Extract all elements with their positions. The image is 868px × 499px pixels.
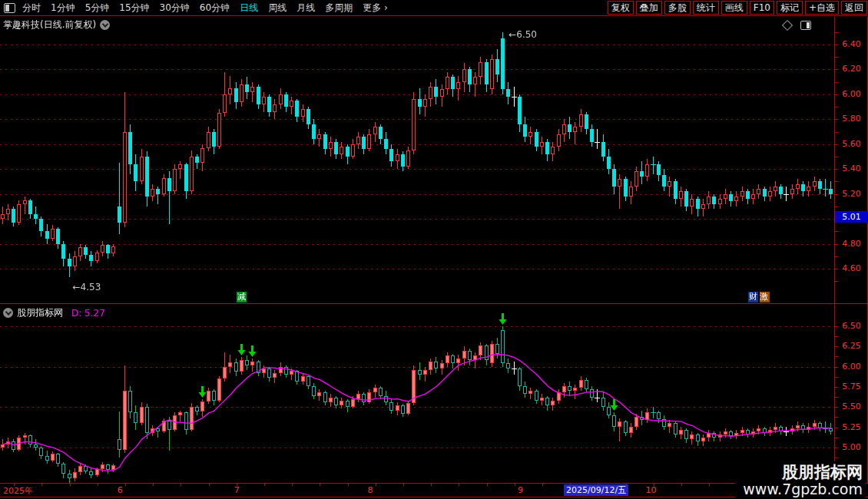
top-toolbar: 分时1分钟5分钟15分钟30分钟60分钟日线周线月线多周期更多 › 复权叠加多股… xyxy=(0,0,868,16)
side-panel-icon[interactable] xyxy=(800,21,811,30)
axis-tick-label: 6.00 xyxy=(835,89,868,99)
month-label: 9 xyxy=(518,485,523,495)
watermark-url: www.7gpzb.com xyxy=(743,481,863,497)
toolbar-button[interactable]: 画线 xyxy=(721,1,747,15)
axis-tick-label: 5.80 xyxy=(835,114,868,124)
axis-tick-label: 4.60 xyxy=(835,263,868,273)
axis-tick-label: 5.00 xyxy=(835,442,868,452)
toolbar-button[interactable]: F10 xyxy=(750,1,774,15)
toolbar-button[interactable]: 标记 xyxy=(777,1,803,15)
toolbar-button[interactable]: 多股 xyxy=(664,1,691,15)
toolbar-button[interactable]: 返回 xyxy=(841,1,867,15)
symbol-title-label: 掌趣科技(日线.前复权) xyxy=(3,18,96,31)
axis-tick-label: 6.20 xyxy=(835,64,868,74)
period-menu-item[interactable]: 月线 xyxy=(297,2,315,15)
axis-tick-label: 5.25 xyxy=(835,422,868,432)
axis-tick-label: 6.25 xyxy=(835,341,868,351)
axis-tick-label: 5.40 xyxy=(835,164,868,173)
period-menu-item[interactable]: 更多 › xyxy=(363,2,388,15)
price-annotation: ←6.50 xyxy=(509,29,537,40)
window-layout-icon[interactable] xyxy=(4,3,15,13)
event-flag[interactable]: 减 xyxy=(237,292,247,302)
toolbar-button[interactable]: 叠加 xyxy=(636,1,662,15)
event-flag[interactable]: 激 xyxy=(760,292,770,302)
event-flag[interactable]: 财 xyxy=(748,292,758,302)
indicator-panel-region: 股朋指标网 D: 5.27 xyxy=(0,304,834,483)
indicator-chart[interactable] xyxy=(0,304,834,483)
toolbar-button[interactable]: 复权 xyxy=(608,1,634,15)
indicator-name: 股朋指标网 xyxy=(17,306,63,319)
axis-tick-label: 5.50 xyxy=(835,402,868,411)
period-menu-item[interactable]: 周线 xyxy=(268,2,287,15)
crosshair-price-box: 5.01 xyxy=(835,211,868,223)
indicator-d-value: D: 5.27 xyxy=(71,308,105,319)
year-label: 2025年 xyxy=(3,485,33,497)
period-menu-item[interactable]: 分时 xyxy=(22,2,41,15)
period-menu-item[interactable]: 1分钟 xyxy=(51,2,75,15)
indicator-title: 股朋指标网 D: 5.27 xyxy=(3,306,105,319)
chevron-down-icon[interactable] xyxy=(3,308,13,318)
watermark-site-name: 股朋指标网 xyxy=(743,464,863,481)
period-menu: 分时1分钟5分钟15分钟30分钟60分钟日线周线月线多周期更多 › xyxy=(22,2,388,15)
main-price-axis: 6.406.206.005.805.605.405.205.004.804.60 xyxy=(834,17,868,304)
price-annotation: ←4.53 xyxy=(73,282,101,292)
period-menu-item[interactable]: 60分钟 xyxy=(200,2,230,15)
period-menu-item[interactable]: 多周期 xyxy=(325,2,353,15)
period-menu-item[interactable]: 15分钟 xyxy=(119,2,149,15)
diamond-marker-icon[interactable] xyxy=(782,20,793,31)
axis-tick-label: 6.50 xyxy=(835,321,868,331)
main-candlestick-chart[interactable] xyxy=(0,17,834,304)
axis-tick-label: 5.75 xyxy=(835,382,868,392)
toolbar-button[interactable]: 统计 xyxy=(693,1,719,15)
toolbar-button[interactable]: +自选 xyxy=(805,1,839,15)
axis-tick-label: 5.60 xyxy=(835,139,868,149)
indicator-price-axis: 6.506.256.005.755.505.255.00 xyxy=(834,304,868,483)
main-chart-region: 掌趣科技(日线.前复权) ←6.50←4.53减财激 xyxy=(0,17,834,304)
month-label: 7 xyxy=(234,485,240,495)
month-label: 10 xyxy=(645,485,656,495)
toolbar-actions: 复权叠加多股统计画线F10标记+自选返回 xyxy=(608,1,868,15)
symbol-title: 掌趣科技(日线.前复权) xyxy=(3,18,110,31)
axis-tick-label: 6.00 xyxy=(835,362,868,372)
period-menu-item[interactable]: 5分钟 xyxy=(85,2,110,15)
month-label: 6 xyxy=(118,485,123,495)
crosshair-date-box: 2025/09/12/五 xyxy=(564,484,628,496)
month-label: 8 xyxy=(367,485,373,495)
axis-tick-label: 5.20 xyxy=(835,189,868,199)
axis-tick-label: 6.40 xyxy=(835,39,868,49)
watermark: 股朋指标网 www.7gpzb.com xyxy=(735,461,866,498)
axis-tick-label: 4.80 xyxy=(835,239,868,249)
chevron-down-icon[interactable] xyxy=(100,20,110,30)
period-menu-item[interactable]: 日线 xyxy=(240,2,258,15)
period-menu-item[interactable]: 30分钟 xyxy=(160,2,190,15)
